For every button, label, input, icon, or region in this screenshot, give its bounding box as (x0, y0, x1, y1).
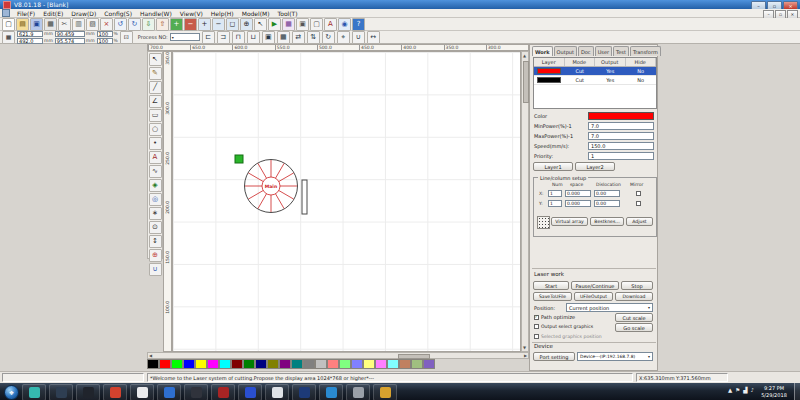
align-center-icon[interactable]: ▣ (262, 31, 275, 44)
param-value-input[interactable]: 1 (588, 152, 654, 160)
panel-tab[interactable]: Work (532, 46, 553, 56)
taskbar-app[interactable] (49, 384, 73, 400)
x-dislocation-input[interactable]: 0.00 (594, 190, 620, 197)
palette-color[interactable] (411, 359, 423, 369)
mirror-horizontal-icon[interactable]: ⇄ (292, 31, 305, 44)
menu-item[interactable]: Edit(E) (39, 10, 67, 17)
menu-item[interactable]: Config(S) (100, 10, 136, 17)
path-optimize-checkbox[interactable]: ✓ (534, 315, 539, 320)
palette-color[interactable] (375, 359, 387, 369)
palette-color[interactable] (327, 359, 339, 369)
palette-color[interactable] (291, 359, 303, 369)
pause-continue-button[interactable]: Pause/Continue (571, 281, 619, 290)
undo-icon[interactable]: ↺ (114, 18, 127, 31)
ufile-output-button[interactable]: UFileOutput (574, 292, 613, 301)
mirror-vertical-icon[interactable]: ⇅ (307, 31, 320, 44)
palette-color[interactable] (315, 359, 327, 369)
align-right-icon[interactable]: ⊐ (217, 31, 230, 44)
taskbar-app[interactable] (373, 384, 397, 400)
measure-tool-icon[interactable]: ↕ (149, 235, 162, 248)
go-scale-button[interactable]: Go scale (615, 323, 653, 332)
layer-button[interactable]: Layer1 (533, 162, 573, 171)
zoom-out-icon[interactable]: − (212, 18, 225, 31)
virtual-array-button[interactable]: Virtual array (551, 217, 588, 226)
weld-icon[interactable]: ∪ (352, 31, 365, 44)
ellipse-tool-icon[interactable]: ○ (149, 123, 162, 136)
start-button[interactable]: ❖ (4, 385, 19, 400)
taskbar-app[interactable] (319, 384, 343, 400)
action-center-icon[interactable]: ⚑ (735, 387, 740, 393)
menu-item[interactable]: View(V) (176, 10, 207, 17)
laser-origin-marker[interactable] (235, 155, 243, 163)
same-size-icon[interactable]: ▦ (277, 31, 290, 44)
line-tool-icon[interactable]: ╱ (149, 81, 162, 94)
align-bottom-icon[interactable]: ⊔ (247, 31, 260, 44)
help-icon[interactable]: ? (352, 18, 365, 31)
point-tool-icon[interactable]: • (149, 137, 162, 150)
palette-color[interactable] (183, 359, 195, 369)
layer-row[interactable]: Cut Yes No (534, 76, 656, 85)
x-space-input[interactable]: 0.000 (565, 190, 591, 197)
panel-tab[interactable]: Test (613, 46, 629, 56)
zoom-tool-icon[interactable]: ⊙ (149, 221, 162, 234)
panel-tab[interactable]: User (595, 46, 612, 56)
cut-scale-button[interactable]: Cut scale (615, 313, 653, 322)
palette-color[interactable] (171, 359, 183, 369)
network-icon[interactable]: ▟ (743, 387, 747, 393)
param-value-input[interactable]: 150.0 (588, 142, 654, 150)
taskbar-app[interactable] (103, 384, 127, 400)
width-input[interactable]: 90.459 (55, 31, 85, 37)
palette-color[interactable] (255, 359, 267, 369)
y-space-input[interactable]: 0.000 (565, 200, 591, 207)
text-icon[interactable]: A (324, 18, 337, 31)
taskbar-app[interactable] (346, 384, 370, 400)
scroll-right-icon[interactable]: ▶ (524, 353, 527, 358)
x-mirror-checkbox[interactable] (636, 191, 641, 196)
selected-graphics-position-checkbox[interactable] (534, 334, 539, 339)
copy-icon[interactable]: ▥ (72, 18, 85, 31)
redo-icon[interactable]: ↻ (128, 18, 141, 31)
pan-view-icon[interactable]: ⊕ (240, 18, 253, 31)
palette-color[interactable] (195, 359, 207, 369)
mdi-child-icon[interactable] (2, 9, 10, 17)
horizontal-scrollbar[interactable]: ◀ ▶ (147, 352, 529, 359)
output-select-graphics-checkbox[interactable] (534, 324, 539, 329)
x-scale-input[interactable]: 100 (97, 31, 113, 37)
adjust-button[interactable]: Adjust (626, 217, 653, 226)
menu-item[interactable]: Tool(T) (274, 10, 302, 17)
menu-item[interactable]: Help(H) (207, 10, 238, 17)
palette-color[interactable] (363, 359, 375, 369)
slot-rectangle[interactable] (302, 180, 307, 214)
position-select[interactable]: Current position ▾ (566, 303, 653, 312)
zoom-in-icon[interactable]: + (198, 18, 211, 31)
delete-icon[interactable]: × (100, 18, 113, 31)
show-hidden-icons-icon[interactable]: ▲ (728, 387, 732, 393)
download-button[interactable]: Download (615, 292, 653, 301)
impeller-graphic[interactable]: Main (245, 160, 298, 213)
title-bar[interactable]: V8.01.18 - [Blank] – ▫ × (0, 0, 800, 9)
capture-tool-icon[interactable]: ◈ (149, 179, 162, 192)
palette-color[interactable] (387, 359, 399, 369)
palette-color[interactable] (399, 359, 411, 369)
menu-item[interactable]: File(F) (13, 10, 39, 17)
menu-item[interactable]: Handle(W) (136, 10, 176, 17)
taskbar-app[interactable] (184, 384, 208, 400)
save-file-icon[interactable]: ▣ (30, 18, 43, 31)
new-file-icon[interactable]: ▢ (2, 18, 15, 31)
panel-tab[interactable]: Doc (578, 46, 594, 56)
device-select[interactable]: Device---(IP:192.168.7.8) ▾ (577, 352, 653, 361)
y-scale-input[interactable]: 100 (97, 38, 113, 44)
port-setting-button[interactable]: Port setting (533, 352, 575, 361)
param-value-input[interactable]: 7.0 (588, 132, 654, 140)
palette-color[interactable] (279, 359, 291, 369)
x-position-input[interactable]: 621.9 (17, 31, 43, 37)
taskbar-app[interactable] (22, 384, 46, 400)
palette-color[interactable] (207, 359, 219, 369)
palette-color[interactable] (243, 359, 255, 369)
y-num-input[interactable]: 1 (548, 200, 562, 207)
layer-row[interactable]: Cut Yes No (534, 67, 656, 76)
x-num-input[interactable]: 1 (548, 190, 562, 197)
start-button[interactable]: Start (533, 281, 569, 290)
scroll-down-icon[interactable]: ▼ (523, 345, 526, 350)
scroll-left-icon[interactable]: ◀ (149, 353, 152, 358)
